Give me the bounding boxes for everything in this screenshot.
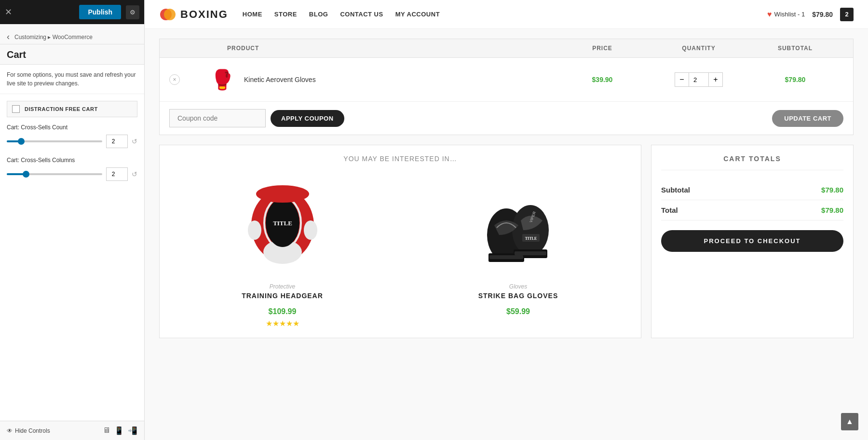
svg-point-8 bbox=[256, 185, 309, 203]
heart-icon: ♥ bbox=[767, 10, 772, 19]
wishlist-label: Wishlist - 1 bbox=[774, 11, 805, 18]
distraction-free-cart-checkbox[interactable] bbox=[12, 105, 20, 113]
nav-home[interactable]: HOME bbox=[243, 11, 262, 18]
cart-badge[interactable]: 2 bbox=[840, 8, 854, 21]
product-headgear-stars: ★★★★★ bbox=[169, 319, 395, 328]
svg-text:TITLE: TITLE bbox=[525, 236, 536, 241]
hide-controls-label: Hide Controls bbox=[15, 427, 50, 434]
update-cart-button[interactable]: UPDATE CART bbox=[772, 110, 843, 127]
publish-button[interactable]: Publish bbox=[79, 5, 121, 19]
back-arrow-icon[interactable]: ‹ bbox=[7, 32, 10, 42]
product-headgear-name: TRAINING HEADGEAR bbox=[169, 292, 395, 300]
scroll-to-top-button[interactable]: ▲ bbox=[841, 413, 858, 430]
product-gloves-price: $59.99 bbox=[405, 307, 631, 316]
sidebar-notice: For some options, you must save and refr… bbox=[0, 65, 144, 94]
product-gloves-image[interactable]: VIPER TITLE bbox=[405, 172, 631, 278]
cross-sells-count-section: Cart: Cross-Sells Count ↺ bbox=[7, 124, 137, 148]
sidebar-top-bar: ✕ Publish ⚙ bbox=[0, 0, 144, 24]
cross-sells-columns-track[interactable] bbox=[7, 173, 102, 175]
quantity-increase-button[interactable]: + bbox=[708, 72, 723, 87]
cart-total: $79.80 bbox=[812, 11, 833, 18]
hide-controls-button[interactable]: 👁 Hide Controls bbox=[7, 427, 50, 434]
cross-sells-columns-refresh[interactable]: ↺ bbox=[132, 170, 137, 178]
remove-item-button[interactable]: × bbox=[169, 74, 180, 85]
header-price: PRICE bbox=[554, 45, 651, 52]
gear-button[interactable]: ⚙ bbox=[126, 5, 139, 19]
product-image: 🥊 bbox=[208, 65, 237, 94]
total-label: Total bbox=[661, 206, 678, 214]
bottom-section: YOU MAY BE INTERESTED IN… bbox=[159, 145, 854, 338]
cart-totals-title: CART TOTALS bbox=[661, 155, 843, 170]
cart-totals-section: CART TOTALS Subtotal $79.80 Total $79.80… bbox=[651, 145, 854, 338]
quantity-input[interactable] bbox=[689, 72, 708, 87]
breadcrumb: Customizing ▸ WooCommerce bbox=[14, 34, 93, 41]
svg-rect-18 bbox=[489, 255, 523, 259]
cross-sells-title: YOU MAY BE INTERESTED IN… bbox=[169, 155, 631, 163]
tablet-view-icon[interactable]: 📱 bbox=[114, 426, 124, 435]
nav-contact-us[interactable]: CONTACT US bbox=[340, 11, 383, 18]
product-name: Kinetic Aerovent Gloves bbox=[244, 76, 316, 83]
product-card-gloves: VIPER TITLE bbox=[405, 172, 631, 328]
product-headgear-category: Protective bbox=[169, 283, 395, 290]
wishlist-button[interactable]: ♥ Wishlist - 1 bbox=[767, 10, 805, 19]
cross-sells-count-track[interactable] bbox=[7, 140, 102, 142]
header-quantity: QUANTITY bbox=[651, 45, 747, 52]
subtotal-row: Subtotal $79.80 bbox=[661, 180, 843, 200]
cross-sells-count-input[interactable] bbox=[106, 135, 128, 148]
logo-area: BOXING bbox=[159, 6, 228, 23]
svg-text:TITLE: TITLE bbox=[273, 220, 292, 227]
sidebar-breadcrumb-nav: ‹ Customizing ▸ WooCommerce bbox=[0, 24, 144, 44]
headgear-svg: TITLE bbox=[244, 182, 321, 269]
subtotal-label: Subtotal bbox=[661, 186, 690, 194]
proceed-to-checkout-button[interactable]: PROCEED TO CHECKOUT bbox=[661, 230, 843, 252]
cart-table-header: PRODUCT PRICE QUANTITY SUBTOTAL bbox=[160, 39, 853, 58]
cart-table: PRODUCT PRICE QUANTITY SUBTOTAL × 🥊 Kine… bbox=[159, 39, 854, 135]
svg-point-9 bbox=[248, 220, 261, 240]
coupon-row: APPLY COUPON UPDATE CART bbox=[160, 102, 853, 135]
cross-sells-columns-input[interactable] bbox=[106, 167, 128, 181]
coupon-input[interactable] bbox=[169, 109, 266, 127]
nav-blog[interactable]: BLOG bbox=[309, 11, 328, 18]
view-mode-icons: 🖥 📱 📲 bbox=[103, 426, 137, 435]
distraction-free-cart-label: DISTRACTION FREE CART bbox=[25, 106, 98, 112]
cross-sells-grid: TITLE Protective TRAINING HEADGEAR $10 bbox=[169, 172, 631, 328]
sidebar-title: Cart bbox=[0, 44, 144, 65]
total-value: $79.80 bbox=[821, 206, 843, 214]
breadcrumb-root: Customizing bbox=[14, 34, 46, 41]
desktop-view-icon[interactable]: 🖥 bbox=[103, 426, 110, 435]
product-subtotal: $79.80 bbox=[747, 76, 843, 83]
mobile-view-icon[interactable]: 📲 bbox=[128, 426, 137, 435]
close-icon[interactable]: ✕ bbox=[5, 7, 12, 17]
nav-store[interactable]: STORE bbox=[274, 11, 297, 18]
sidebar-bottom-bar: 👁 Hide Controls 🖥 📱 📲 bbox=[0, 421, 144, 440]
product-gloves-name: STRIKE BAG GLOVES bbox=[405, 292, 631, 300]
apply-coupon-button[interactable]: APPLY COUPON bbox=[271, 110, 344, 127]
product-card-headgear: TITLE Protective TRAINING HEADGEAR $10 bbox=[169, 172, 395, 328]
eye-icon: 👁 bbox=[7, 427, 13, 434]
total-row: Total $79.80 bbox=[661, 200, 843, 220]
nav-links: HOME STORE BLOG CONTACT US MY ACCOUNT bbox=[243, 11, 767, 18]
page-content: PRODUCT PRICE QUANTITY SUBTOTAL × 🥊 Kine… bbox=[145, 29, 868, 440]
cart-count: 2 bbox=[845, 11, 848, 18]
cross-sells-columns-row: ↺ bbox=[7, 167, 137, 181]
sidebar: ✕ Publish ⚙ ‹ Customizing ▸ WooCommerce … bbox=[0, 0, 145, 440]
cross-sells-count-refresh[interactable]: ↺ bbox=[132, 138, 137, 145]
cross-sells-columns-thumb[interactable] bbox=[23, 171, 29, 178]
nav-my-account[interactable]: MY ACCOUNT bbox=[395, 11, 440, 18]
quantity-decrease-button[interactable]: − bbox=[675, 72, 689, 87]
cross-sells-count-thumb[interactable] bbox=[18, 138, 25, 145]
main-content: BOXING HOME STORE BLOG CONTACT US MY ACC… bbox=[145, 0, 868, 440]
cross-sells-columns-label: Cart: Cross-Sells Columns bbox=[7, 157, 137, 164]
svg-point-10 bbox=[304, 220, 317, 240]
product-price: $39.90 bbox=[554, 76, 651, 83]
product-headgear-image[interactable]: TITLE bbox=[169, 172, 395, 278]
logo-icon bbox=[159, 6, 176, 23]
header-product: PRODUCT bbox=[208, 45, 554, 52]
header-subtotal: SUBTOTAL bbox=[747, 45, 843, 52]
gloves-svg: VIPER TITLE bbox=[480, 182, 557, 269]
coupon-left: APPLY COUPON bbox=[169, 109, 344, 127]
breadcrumb-separator: ▸ bbox=[46, 34, 53, 41]
cart-row: × 🥊 Kinetic Aerovent Gloves $39.90 − + $… bbox=[160, 58, 853, 102]
cross-sells-section: YOU MAY BE INTERESTED IN… bbox=[159, 145, 641, 338]
svg-rect-19 bbox=[515, 251, 546, 255]
